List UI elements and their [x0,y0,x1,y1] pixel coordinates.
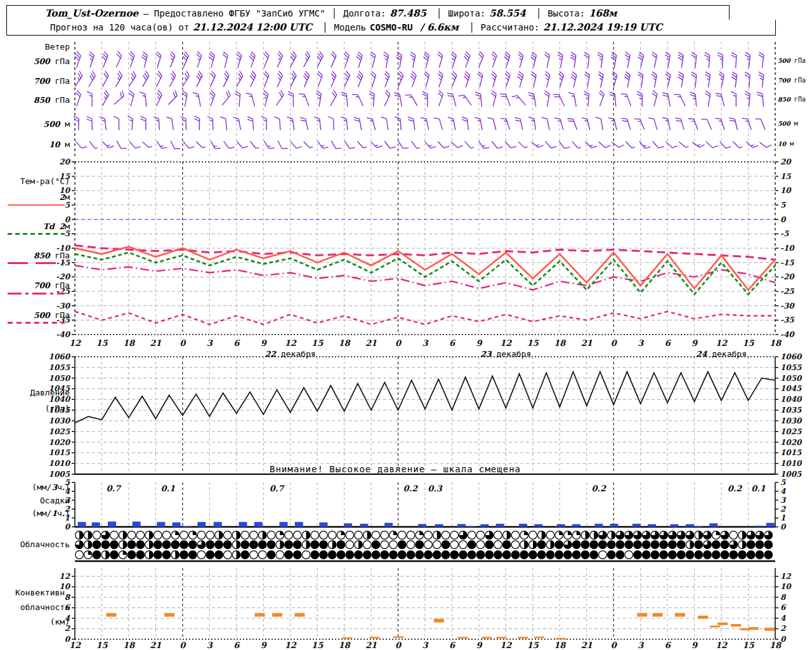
axis-tick-label: 6 [233,338,240,348]
wind-barb [89,71,96,87]
wind-barb [638,52,644,68]
cloud-cover-symbol [625,551,633,559]
cloud-cover-symbol [537,541,546,549]
wind-barb [572,142,581,149]
cloud-cover-fill [594,531,598,540]
temp-legend-swatch [8,233,65,235]
cloud-cover-symbol [416,541,424,549]
precip-bar [239,522,247,527]
cloud-cover-symbol [502,551,511,559]
axis-tick-label: -5 [780,229,789,238]
cloud-cover-symbol [250,551,258,559]
cloud-cover-symbol [128,531,136,540]
convective-cloud-bar [458,637,468,639]
wind-barb [705,72,710,88]
temp-legend-label: 700 гПа [0,281,70,290]
wind-barb [755,119,765,129]
wind-barb [357,142,366,148]
cloud-cover-fill [551,541,554,549]
axis-tick-label: 21 [365,338,377,348]
convective-cloud-bar [481,637,492,639]
axis-tick-label: 15 [96,338,108,348]
wind-barb [625,142,634,148]
wind-barb [249,51,255,67]
wind-barb [612,71,617,87]
wind-barb [479,141,490,149]
cloud-cover-symbol [188,541,197,549]
wind-barb [570,52,576,68]
wind-barb [464,51,470,67]
axis-tick-label: 1060 [780,352,802,361]
wind-barb [662,117,671,130]
wind-barb [653,142,664,148]
wind-barb [370,142,382,148]
wind-barb [412,141,420,148]
cloud-cover-fill [393,531,397,535]
wind-barb [459,95,471,105]
cloud-cover-symbol [450,541,459,549]
cloud-cover-symbol [346,541,354,549]
axis-tick-label: -10 [780,244,795,253]
convective-cloud-bar [675,613,685,617]
wind-barb [170,51,175,67]
cloud-cover-symbol [660,541,668,549]
cloud-cover-symbol [197,531,206,540]
wind-barb [559,141,570,148]
cloud-cover-fill [175,551,179,559]
wind-barb [733,142,742,148]
precip-bar [254,522,263,527]
wind-barb [233,117,241,130]
wind-barb [599,90,605,106]
axis-tick-label: 3 [207,338,213,348]
wind-barb [141,52,147,68]
wind-barb [608,118,617,130]
cloud-cover-symbol [363,551,371,559]
axis-tick-label: 12 [69,640,81,650]
wind-barb [662,93,670,107]
cloud-cover-fill [332,541,336,549]
cloud-cover-symbol [276,551,284,559]
cloud-cover-symbol [250,541,258,549]
cloud-cover-fill [306,531,310,540]
cloud-cover-symbol [756,551,764,559]
axis-tick-label: 18 [769,338,782,348]
axis-tick-label: 3 [638,640,644,650]
wind-barb [223,71,229,87]
wind-barb [75,51,81,67]
axis-tick-label: 21 [581,338,593,348]
wind-barb [211,141,221,149]
cloud-cover-symbol [634,541,642,549]
precip-unit-1h: (мм/1ч.) [0,508,70,518]
precip-bar [694,526,702,527]
cloud-cover-symbol [206,541,214,549]
wind-barb [715,118,724,129]
precip-bar [78,522,86,527]
conv-panel-title-2: облачность [0,602,70,612]
axis-tick-label: 18 [769,640,782,650]
axis-tick-label: 1010 [49,459,71,468]
axis-tick-label: 1060 [49,352,71,361]
convective-cloud-bar [764,628,775,631]
wind-barb [518,51,523,67]
date-label: 22 декабря [265,349,316,359]
cloud-cover-fill [175,531,179,535]
temp-legend-label: Td 2м [0,222,70,231]
axis-tick-label: 1050 [49,374,71,383]
wind-barb [171,141,180,149]
wind-barb [514,117,523,130]
cloud-cover-symbol [677,541,685,549]
pressure-panel-unit: (гПа) [0,404,70,413]
axis-tick-label: 9 [476,338,483,348]
cloud-cover-symbol [590,541,598,549]
wind-barb [584,72,589,88]
axis-tick-label: 9 [691,338,698,348]
cloud-cover-symbol [712,541,720,549]
wind-barb [222,90,230,105]
cloud-cover-fill [568,531,572,535]
cloud-cover-symbol [206,531,214,540]
cloud-cover-symbol [468,541,476,549]
axis-tick-label: 21 [150,640,161,650]
cloud-cover-fill [507,531,511,540]
cloud-cover-fill [237,531,240,540]
wind-barb [665,72,671,88]
